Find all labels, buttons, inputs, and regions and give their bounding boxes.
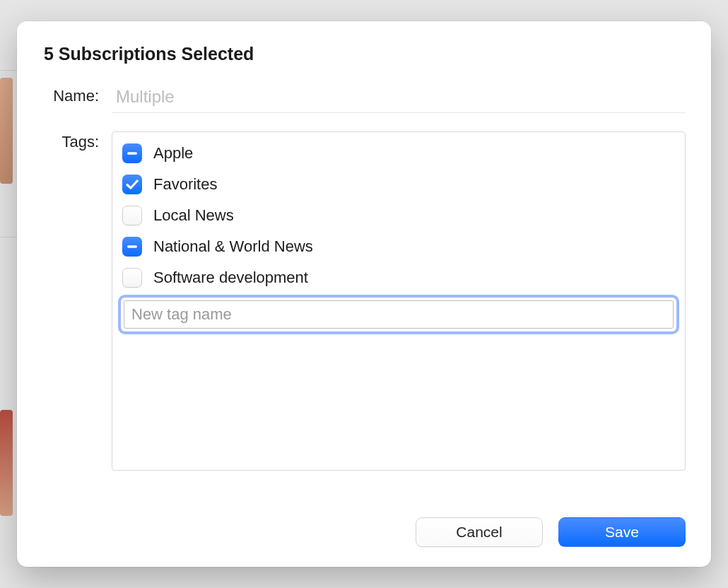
tag-label: Apple bbox=[153, 144, 193, 163]
minus-icon[interactable] bbox=[122, 143, 142, 163]
check-icon[interactable] bbox=[122, 175, 142, 194]
name-row: Name: bbox=[42, 86, 686, 113]
tag-label: Local News bbox=[153, 206, 234, 225]
minus-icon[interactable] bbox=[122, 237, 142, 257]
tags-box: Apple Favorites Local News Natio bbox=[112, 131, 686, 471]
save-button[interactable]: Save bbox=[558, 517, 686, 547]
form-area: Name: Tags: Apple Favorites bbox=[42, 86, 686, 498]
button-row: Cancel Save bbox=[42, 517, 686, 547]
tag-item-favorites[interactable]: Favorites bbox=[119, 169, 678, 200]
new-tag-focus-ring bbox=[121, 298, 676, 331]
tags-label: Tags: bbox=[42, 131, 99, 151]
tag-item-apple[interactable]: Apple bbox=[119, 138, 678, 169]
checkbox-empty-icon[interactable] bbox=[122, 206, 142, 225]
tags-row: Tags: Apple Favorites Local News bbox=[42, 131, 686, 498]
checkbox-empty-icon[interactable] bbox=[122, 268, 142, 288]
tag-item-national-world-news[interactable]: National & World News bbox=[119, 231, 678, 262]
edit-subscriptions-sheet: 5 Subscriptions Selected Name: Tags: App… bbox=[17, 21, 711, 567]
new-tag-input[interactable] bbox=[124, 300, 674, 329]
tag-item-software-development[interactable]: Software development bbox=[119, 262, 678, 293]
tag-label: Favorites bbox=[153, 175, 217, 194]
name-label: Name: bbox=[42, 86, 99, 105]
bg-thumbnail bbox=[0, 78, 13, 184]
tag-label: National & World News bbox=[153, 237, 313, 256]
name-input-wrap bbox=[112, 86, 686, 113]
cancel-button[interactable]: Cancel bbox=[416, 517, 543, 547]
name-input[interactable] bbox=[112, 86, 686, 113]
tag-label: Software development bbox=[153, 269, 308, 287]
svg-rect-1 bbox=[127, 245, 137, 248]
tag-item-local-news[interactable]: Local News bbox=[119, 200, 678, 231]
sheet-title: 5 Subscriptions Selected bbox=[42, 44, 686, 64]
svg-rect-0 bbox=[127, 152, 137, 155]
bg-thumbnail bbox=[0, 410, 13, 516]
